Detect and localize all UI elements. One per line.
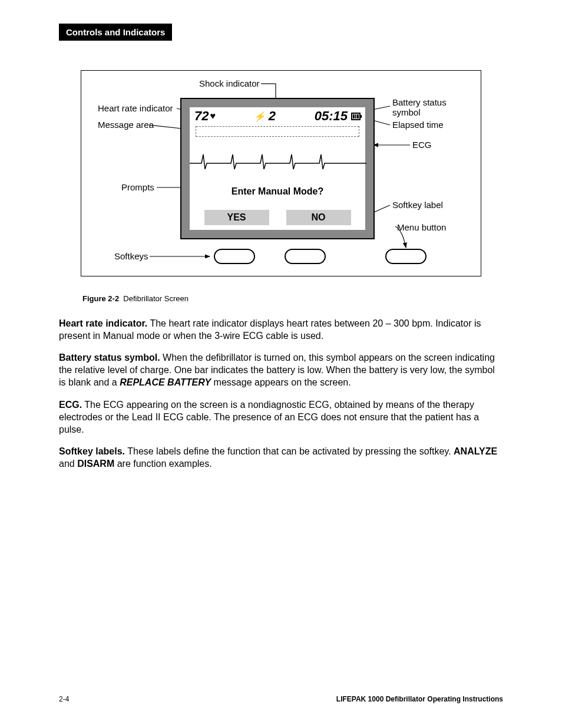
lcd-status-row: 72 ♥ ⚡ 2 05:15: [194, 108, 361, 124]
para-softkey-labels: Softkey labels. These labels define the …: [59, 445, 503, 470]
prompt-text: Enter Manual Mode?: [190, 186, 365, 197]
softkey-button-2[interactable]: [285, 249, 326, 264]
label-prompts: Prompts: [121, 183, 154, 193]
elapsed-time-value: 05:15: [315, 108, 361, 124]
label-heart-rate: Heart rate indicator: [98, 104, 173, 114]
figure-diagram: Heart rate indicator Message area Shock …: [81, 70, 481, 276]
page-footer: 2-4 LIFEPAK 1000 Defibrillator Operating…: [59, 695, 503, 703]
label-menu-button: Menu button: [397, 223, 446, 233]
doc-title: LIFEPAK 1000 Defibrillator Operating Ins…: [336, 695, 503, 703]
label-shock-indicator: Shock indicator: [199, 79, 260, 89]
bolt-icon: ⚡: [253, 111, 267, 122]
shock-count: ⚡ 2: [218, 108, 312, 124]
device-screen: 72 ♥ ⚡ 2 05:15: [180, 98, 375, 239]
para-heart-rate: Heart rate indicator. The heart rate ind…: [59, 317, 503, 342]
label-message-area: Message area: [98, 120, 154, 130]
label-battery-status: Battery status symbol: [392, 98, 463, 117]
para-battery-status: Battery status symbol. When the defibril…: [59, 351, 503, 388]
figure-caption: Figure 2-2 Defibrillator Screen: [82, 294, 503, 303]
softkey-label-no: NO: [286, 210, 351, 225]
heart-rate-value: 72 ♥: [194, 108, 216, 124]
label-softkey-label: Softkey label: [392, 200, 443, 210]
battery-icon: [351, 113, 361, 120]
label-elapsed-time: Elapsed time: [392, 120, 444, 130]
softkey-button-1[interactable]: [214, 249, 255, 264]
menu-button[interactable]: [385, 249, 427, 264]
heart-icon: ♥: [210, 111, 216, 121]
section-header: Controls and Indicators: [59, 24, 172, 41]
label-softkeys: Softkeys: [114, 252, 148, 262]
ecg-waveform: [190, 149, 366, 172]
para-ecg: ECG. The ECG appearing on the screen is …: [59, 398, 503, 436]
label-ecg: ECG: [412, 140, 432, 150]
page-number: 2-4: [59, 695, 69, 703]
message-area-box: [196, 126, 359, 137]
softkey-label-yes: YES: [204, 210, 269, 225]
